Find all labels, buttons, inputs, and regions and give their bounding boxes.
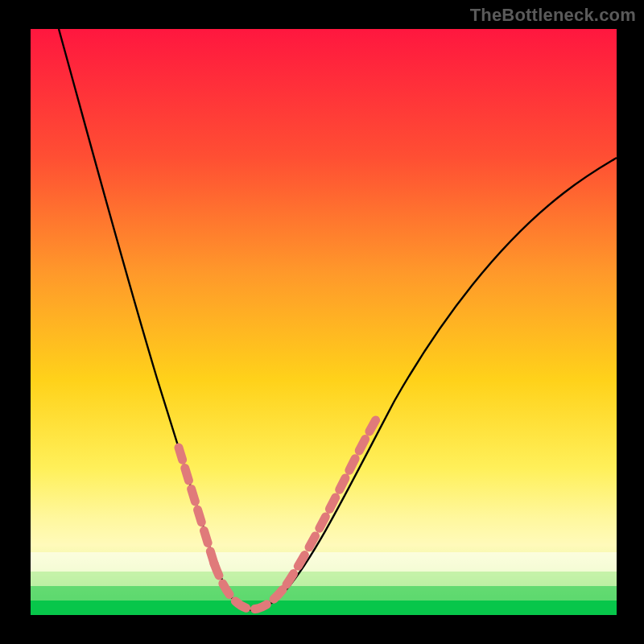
deepgreen-band xyxy=(31,601,617,615)
chart-stage: TheBottleneck.com xyxy=(0,0,644,644)
green-band xyxy=(31,586,617,601)
lightgreen-band xyxy=(31,572,617,586)
watermark-text: TheBottleneck.com xyxy=(470,5,636,26)
cream-band xyxy=(31,552,617,572)
bottleneck-chart xyxy=(0,0,644,644)
